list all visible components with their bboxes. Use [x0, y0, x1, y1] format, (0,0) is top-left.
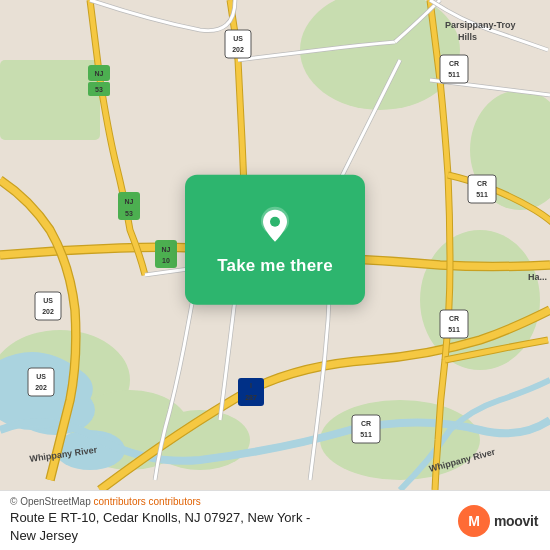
cta-button[interactable]: Take me there	[217, 256, 333, 276]
svg-text:202: 202	[232, 46, 244, 53]
svg-text:202: 202	[35, 384, 47, 391]
svg-text:53: 53	[95, 86, 103, 93]
svg-text:CR: CR	[361, 420, 371, 427]
osm-text: © OpenStreetMap	[10, 496, 91, 507]
svg-text:CR: CR	[477, 180, 487, 187]
svg-text:Hills: Hills	[458, 32, 477, 42]
svg-text:US: US	[233, 35, 243, 42]
osm-contributors-label: contributors	[149, 496, 201, 507]
svg-text:US: US	[36, 373, 46, 380]
footer: © OpenStreetMap contributors contributor…	[0, 490, 550, 550]
svg-text:M: M	[468, 513, 480, 529]
svg-text:53: 53	[125, 210, 133, 217]
svg-text:CR: CR	[449, 315, 459, 322]
svg-point-5	[320, 400, 480, 480]
svg-text:I: I	[250, 382, 252, 389]
svg-text:NJ: NJ	[162, 246, 171, 253]
svg-text:10: 10	[162, 257, 170, 264]
location-line2: New Jersey	[10, 528, 78, 543]
svg-text:287: 287	[245, 394, 257, 401]
location-pin-icon	[253, 204, 297, 248]
svg-text:Parsippany-Troy: Parsippany-Troy	[445, 20, 516, 30]
moovit-icon: M	[458, 505, 490, 537]
osm-contributors[interactable]: contributors	[94, 496, 146, 507]
svg-text:Ha...: Ha...	[528, 272, 547, 282]
svg-rect-3	[0, 60, 100, 140]
svg-text:CR: CR	[449, 60, 459, 67]
svg-text:US: US	[43, 297, 53, 304]
osm-credit: © OpenStreetMap contributors contributor…	[10, 496, 310, 507]
footer-left: © OpenStreetMap contributors contributor…	[10, 496, 310, 544]
svg-text:NJ: NJ	[125, 198, 134, 205]
map-container: NJ 53 NJ 53 US 202 US 202 US 202 NJ 10 N…	[0, 0, 550, 490]
moovit-logo[interactable]: M moovit	[458, 505, 538, 537]
location-line1: Route E RT-10, Cedar Knolls, NJ 07927, N…	[10, 510, 310, 525]
moovit-m-icon: M	[464, 511, 484, 531]
svg-text:511: 511	[448, 326, 460, 333]
svg-text:202: 202	[42, 308, 54, 315]
svg-point-54	[270, 217, 280, 227]
moovit-wordmark: moovit	[494, 513, 538, 529]
svg-text:511: 511	[448, 71, 460, 78]
svg-text:NJ: NJ	[95, 70, 104, 77]
svg-text:511: 511	[360, 431, 372, 438]
location-text: Route E RT-10, Cedar Knolls, NJ 07927, N…	[10, 509, 310, 544]
cta-card[interactable]: Take me there	[185, 175, 365, 305]
svg-text:511: 511	[476, 191, 488, 198]
